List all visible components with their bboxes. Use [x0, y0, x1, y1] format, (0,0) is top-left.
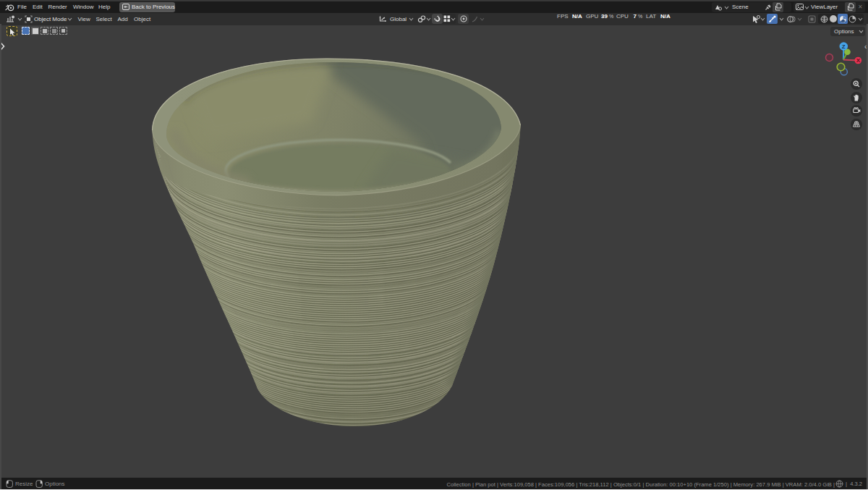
svg-text:X: X [856, 57, 861, 64]
svg-text:Z: Z [842, 43, 846, 50]
